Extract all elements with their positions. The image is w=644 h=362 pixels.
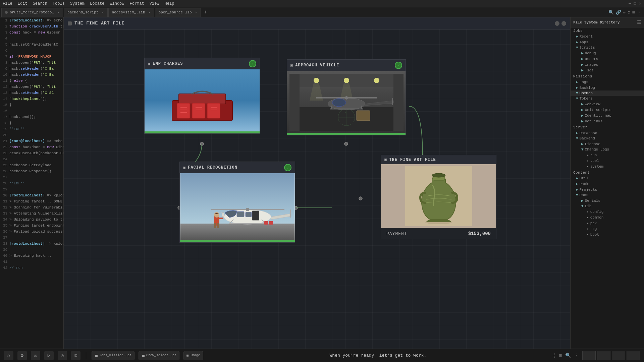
tree-item-pek[interactable]: ▸ pek [571, 220, 644, 226]
tab-close-icon[interactable]: ✕ [149, 10, 151, 14]
tree-item-packs[interactable]: ▶ Packs [571, 181, 644, 187]
tree-item-projects[interactable]: ▶ Projects [571, 187, 644, 192]
menu-locate[interactable]: Locate [90, 1, 104, 6]
tree-item-bel[interactable]: ▸ .bel [571, 158, 644, 164]
tree-item-unit-scripts[interactable]: ▶ Unit_scripts [571, 107, 644, 113]
svg-rect-41 [180, 224, 294, 240]
tab-backend-script[interactable]: backend_script ✕ [64, 8, 107, 17]
facial-recognition-card[interactable]: ▣ FACIAL RECOGNITION ✓ [179, 162, 295, 243]
tree-item-license[interactable]: ▶ License [571, 141, 644, 147]
toolbar-icon-more[interactable]: ⋮ [637, 10, 641, 15]
folder-icon: ▶ [581, 68, 584, 72]
toolbar-icon-settings[interactable]: ⚙ [628, 10, 630, 15]
fineart-card[interactable]: ▣ THE FINE ART FILE [381, 155, 496, 239]
bottom-menu-icon[interactable]: ⋮ [574, 353, 579, 358]
tree-item-boot[interactable]: ▸ boot [571, 232, 644, 237]
bottom-right-controls: ⟨ ⊞ 🔍 ⋮ [553, 351, 640, 360]
folder-icon: ▶ [581, 62, 584, 67]
taskbar-home-icon[interactable]: ⌂ [4, 351, 13, 360]
menu-file[interactable]: File [3, 1, 12, 6]
tree-item-debug[interactable]: ▶ debug [571, 50, 644, 56]
tree-item-sdt[interactable]: ▶ .sdt [571, 67, 644, 73]
window-minimize-icon[interactable]: ─ [629, 1, 631, 6]
bottom-back-icon[interactable]: ⟨ [553, 353, 555, 358]
tab-nodesystem[interactable]: nodesystem_.lib ✕ [108, 8, 154, 17]
tree-item-common-file[interactable]: ▸ common [571, 215, 644, 220]
taskbar-terminal-icon[interactable]: ⊡ [71, 351, 80, 360]
tree-item-tokens[interactable]: ▼ Tokens [571, 96, 644, 101]
tree-item-database[interactable]: ▶ Database [571, 130, 644, 136]
thumbnail-1[interactable] [582, 351, 596, 360]
tab-close-icon[interactable]: ✕ [57, 10, 59, 14]
menu-format[interactable]: Format [130, 1, 144, 6]
taskbar-jobs-tab[interactable]: ☰ Jobs_mission.5pt [92, 351, 135, 360]
taskbar-gear-icon[interactable]: ⚙ [17, 351, 27, 360]
thumbnail-2[interactable] [597, 351, 610, 360]
tree-item-recent[interactable]: ▶ Recent [571, 34, 644, 39]
taskbar-image-tab[interactable]: ⊞ Image [183, 351, 203, 360]
tab-add-button[interactable]: + [202, 8, 210, 16]
window-close-btn[interactable] [561, 21, 566, 26]
thumbnail-3[interactable] [612, 351, 625, 360]
tree-item-config[interactable]: ▸ config [571, 209, 644, 215]
toolbar-icon-link[interactable]: 🔗 [616, 10, 621, 15]
toolbar-icon-grid[interactable]: ⊞ [632, 10, 635, 15]
tree-item-util[interactable]: ▶ Util [571, 175, 644, 181]
tree-item-lib[interactable]: ▼ Lib [571, 203, 644, 209]
tree-item-logs[interactable]: ▶ Logs [571, 79, 644, 85]
jobs-tab-icon: ☰ [95, 353, 98, 358]
tree-item-apps[interactable]: ▶ Apps [571, 39, 644, 45]
tree-item-system[interactable]: ▸ system [571, 164, 644, 169]
toolbar-icon-edit[interactable]: ✏ [623, 10, 626, 15]
svg-point-63 [432, 173, 445, 177]
tree-item-docs[interactable]: ▼ Docs [571, 192, 644, 198]
approach-vehicle-card[interactable]: ▣ APPROACH VEHICLE ✓ [287, 59, 406, 135]
svg-rect-59 [219, 218, 223, 219]
menu-window[interactable]: Window [110, 1, 124, 6]
emp-image [145, 69, 260, 131]
menu-system[interactable]: System [70, 1, 85, 6]
tab-opensource[interactable]: open_source.lib ✕ [155, 8, 201, 17]
bottom-layout-icon[interactable]: ⊞ [559, 353, 562, 358]
bottom-search-icon[interactable]: 🔍 [565, 353, 571, 358]
code-lines: 1[root@localhost] => echo "$( 2function … [0, 17, 63, 271]
tree-item-reg[interactable]: ▸ reg [571, 226, 644, 232]
crew-tab-label: Crew_select.5pt [146, 354, 176, 357]
taskbar-email-icon[interactable]: ✉ [31, 351, 40, 360]
emp-charges-card[interactable]: ▣ EMP CHARGES ✓ [144, 58, 260, 134]
toolbar-icon-search[interactable]: 🔍 [608, 10, 614, 15]
approach-card-header: ▣ APPROACH VEHICLE ✓ [287, 60, 406, 71]
taskbar-arrow-icon[interactable]: ▷ [44, 351, 54, 360]
tab-brute-force[interactable]: brute_force_protocol ✕ [1, 8, 63, 17]
tree-item-common[interactable]: ▼ Common [571, 90, 644, 96]
taskbar-target-icon[interactable]: ◎ [58, 351, 67, 360]
tree-item-identity-map[interactable]: ▶ Identity_map [571, 113, 644, 118]
taskbar-crew-tab[interactable]: ☰ Crew_select.5pt [139, 351, 179, 360]
window-minimize-btn[interactable] [555, 21, 559, 26]
window-maximize-icon[interactable]: □ [634, 1, 636, 6]
tab-close-icon[interactable]: ✕ [195, 10, 197, 14]
window-close-icon[interactable]: ✕ [639, 1, 641, 6]
menu-search[interactable]: Search [33, 1, 47, 6]
menu-view[interactable]: View [150, 1, 159, 6]
thumbnail-4[interactable] [627, 351, 640, 360]
menu-edit[interactable]: Edit [18, 1, 28, 6]
jobs-tab-label: Jobs_mission.5pt [99, 354, 131, 357]
tree-item-run[interactable]: ▸ run [571, 152, 644, 158]
tree-item-images[interactable]: ▶ images [571, 62, 644, 67]
title-dot-icon [68, 21, 72, 25]
filesystem-menu-icon[interactable]: ☰ [637, 19, 641, 25]
tree-item-scripts[interactable]: ▼ Scripts [571, 45, 644, 50]
tree-item-webview[interactable]: ▶ WebView [571, 101, 644, 107]
tree-item-backend[interactable]: ▼ Backend [571, 136, 644, 141]
tree-item-serials[interactable]: ▶ Serials [571, 198, 644, 203]
window-controls [555, 21, 566, 26]
svg-rect-56 [214, 223, 216, 228]
tab-close-icon[interactable]: ✕ [102, 10, 104, 14]
tree-item-change-logs[interactable]: ▼ Change Logs [571, 147, 644, 152]
tree-item-backlog[interactable]: ▶ Backlog [571, 85, 644, 90]
menu-tools[interactable]: Tools [53, 1, 65, 6]
tree-item-assets[interactable]: ▶ assets [571, 56, 644, 62]
tree-item-hotlinks[interactable]: ▶ HotLinks [571, 118, 644, 124]
menu-help[interactable]: Help [165, 1, 174, 6]
